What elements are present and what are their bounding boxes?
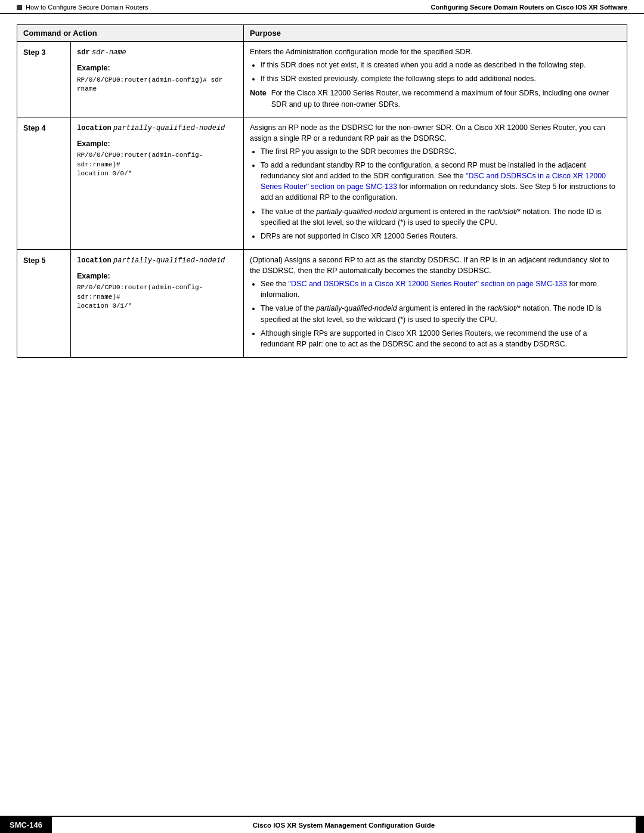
list-item: See the "DSC and DSDRSCs in a Cisco XR 1… (261, 278, 621, 300)
step-4-cmd-bold: location (77, 124, 112, 132)
step-5-cmd-bold: location (77, 256, 112, 265)
step-4-label: Step 4 (23, 124, 46, 132)
table-row: Step 5 location partially-qualified-node… (17, 249, 627, 357)
top-bar-right: Configuring Secure Domain Routers on Cis… (431, 4, 627, 11)
step-4-command-cell: location partially-qualified-nodeid Exam… (71, 117, 244, 249)
col-purpose-header: Purpose (244, 25, 627, 42)
step-3-purpose-cell: Enters the Administration configuration … (244, 42, 627, 117)
step-3-bullet-list: If this SDR does not yet exist, it is cr… (261, 60, 621, 84)
footer-title: Cisco IOS XR System Management Configura… (52, 817, 636, 833)
step-4-purpose-intro: Assigns an RP node as the DSDRSC for the… (250, 122, 621, 144)
step-4-cmd-arg: partially-qualified-nodeid (113, 124, 225, 132)
note-text: For the Cisco XR 12000 Series Router, we… (271, 88, 621, 109)
step-4-cell: Step 4 (17, 117, 71, 249)
step-3-note: Note For the Cisco XR 12000 Series Route… (250, 88, 621, 109)
list-item: If this SDR does not yet exist, it is cr… (261, 60, 621, 70)
step-4-example-label: Example: (77, 138, 237, 149)
list-item: If this SDR existed previously, complete… (261, 73, 621, 84)
top-bar: How to Configure Secure Domain Routers C… (0, 0, 644, 14)
list-item: The first RP you assign to the SDR becom… (261, 146, 621, 157)
step-3-cmd-bold: sdr (77, 48, 90, 57)
link-dsc-step4[interactable]: "DSC and DSDRSCs in a Cisco XR 12000 Ser… (261, 172, 606, 191)
list-item: DRPs are not supported in Cisco XR 12000… (261, 231, 621, 241)
step-4-example-code: RP/0/0/CPU0:router(admin-config-sdr:rnam… (77, 151, 237, 178)
step-3-purpose-intro: Enters the Administration configuration … (250, 47, 621, 57)
step-4-bullet-list: The first RP you assign to the SDR becom… (261, 146, 621, 241)
step-5-purpose-cell: (Optional) Assigns a second RP to act as… (244, 249, 627, 357)
step-5-example-code: RP/0/0/CPU0:router(admin-config-sdr:rnam… (77, 283, 237, 311)
step-3-label: Step 3 (23, 48, 46, 57)
step-5-command: location partially-qualified-nodeid (77, 255, 237, 266)
top-bar-left-text: How to Configure Secure Domain Routers (26, 4, 148, 11)
step-4-command: location partially-qualified-nodeid (77, 122, 237, 134)
col-command-header: Command or Action (17, 25, 244, 42)
top-bar-left: How to Configure Secure Domain Routers (17, 4, 148, 11)
step-5-purpose-intro: (Optional) Assigns a second RP to act as… (250, 255, 621, 276)
step-3-cell: Step 3 (17, 42, 71, 117)
footer-right-bar (636, 817, 644, 833)
step-5-command-cell: location partially-qualified-nodeid Exam… (71, 249, 244, 357)
step-4-purpose-cell: Assigns an RP node as the DSDRSC for the… (244, 117, 627, 249)
page-footer: SMC-146 Cisco IOS XR System Management C… (0, 816, 644, 833)
procedure-table: Command or Action Purpose Step 3 sdr sdr… (17, 24, 627, 358)
step-5-label: Step 5 (23, 256, 46, 265)
table-row: Step 4 location partially-qualified-node… (17, 117, 627, 249)
step-5-cmd-arg: partially-qualified-nodeid (113, 256, 225, 265)
step-3-example-code: RP/0/0/CPU0:router(admin-config)# sdr rn… (77, 76, 237, 94)
step-5-cell: Step 5 (17, 249, 71, 357)
step-3-example-label: Example: (77, 63, 237, 73)
step-3-command-cell: sdr sdr-name Example: RP/0/0/CPU0:router… (71, 42, 244, 117)
link-dsc-step5[interactable]: "DSC and DSDRSCs in a Cisco XR 12000 Ser… (289, 280, 567, 288)
content-area: Command or Action Purpose Step 3 sdr sdr… (0, 14, 644, 394)
step-5-bullet-list: See the "DSC and DSDRSCs in a Cisco XR 1… (261, 278, 621, 349)
list-item: To add a redundant standby RP to the con… (261, 160, 621, 203)
step-3-command: sdr sdr-name (77, 47, 237, 58)
step-3-cmd-arg: sdr-name (92, 48, 126, 57)
page-number: SMC-146 (0, 817, 52, 833)
table-row: Step 3 sdr sdr-name Example: RP/0/0/CPU0… (17, 42, 627, 117)
list-item: Although single RPs are supported in Cis… (261, 328, 621, 349)
note-label: Note (250, 88, 267, 109)
list-item: The value of the partially-qualified-nod… (261, 303, 621, 324)
list-item: The value of the partially-qualified-nod… (261, 206, 621, 228)
square-icon (17, 5, 22, 10)
step-5-example-label: Example: (77, 271, 237, 281)
